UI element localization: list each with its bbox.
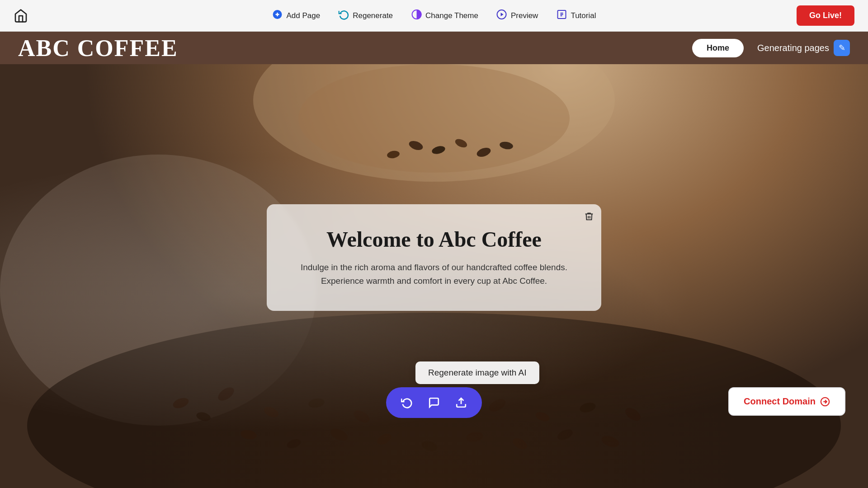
regenerate-icon <box>338 9 349 22</box>
toolbar-right: Go Live! <box>797 5 854 26</box>
generating-pages-status: Generating pages ✎ <box>757 40 850 56</box>
toolbar-left <box>14 9 28 23</box>
add-page-icon <box>272 9 283 22</box>
upload-button[interactable] <box>453 394 469 411</box>
regenerate-label: Regenerate <box>353 11 393 20</box>
home-button[interactable] <box>14 9 28 23</box>
regenerate-button[interactable]: Regenerate <box>338 9 393 22</box>
tutorial-label: Tutorial <box>571 11 596 20</box>
change-theme-label: Change Theme <box>425 11 478 20</box>
connect-domain-button[interactable]: Connect Domain <box>728 387 845 416</box>
welcome-subtitle: Indulge in the rich aroma and flavors of… <box>294 261 574 288</box>
welcome-card: Welcome to Abc Coffee Indulge in the ric… <box>267 204 601 311</box>
edit-pages-button[interactable]: ✎ <box>834 40 850 56</box>
floating-action-bar <box>386 387 482 418</box>
welcome-subtitle-line1: Indulge in the rich aroma and flavors of… <box>301 263 567 272</box>
site-nav: ABC COFFEE Home Generating pages ✎ <box>0 32 868 64</box>
tutorial-icon <box>556 9 567 22</box>
site-logo: ABC COFFEE <box>18 35 178 61</box>
regen-tooltip-text: Regenerate image with AI <box>428 368 527 377</box>
hero-section: Welcome to Abc Coffee Indulge in the ric… <box>0 64 868 488</box>
tutorial-button[interactable]: Tutorial <box>556 9 596 22</box>
delete-section-button[interactable] <box>584 211 594 224</box>
change-theme-icon <box>411 9 422 22</box>
chat-button[interactable] <box>426 394 442 411</box>
nav-home-button[interactable]: Home <box>692 39 744 57</box>
preview-icon <box>496 9 507 22</box>
toolbar-center: Add Page Regenerate Change Theme <box>272 9 596 22</box>
go-live-button[interactable]: Go Live! <box>797 5 854 26</box>
toolbar: Add Page Regenerate Change Theme <box>0 0 868 32</box>
svg-marker-5 <box>501 13 504 16</box>
welcome-subtitle-line2: Experience warmth and comfort in every c… <box>321 276 547 286</box>
refresh-image-button[interactable] <box>399 394 415 411</box>
welcome-title: Welcome to Abc Coffee <box>294 227 574 252</box>
change-theme-button[interactable]: Change Theme <box>411 9 478 22</box>
edit-icon: ✎ <box>839 43 845 53</box>
site-nav-right: Home Generating pages ✎ <box>692 39 850 57</box>
add-page-button[interactable]: Add Page <box>272 9 321 22</box>
preview-button[interactable]: Preview <box>496 9 538 22</box>
generating-pages-label: Generating pages <box>757 43 829 53</box>
add-page-label: Add Page <box>287 11 321 20</box>
regenerate-image-tooltip: Regenerate image with AI <box>415 361 539 384</box>
preview-label: Preview <box>511 11 538 20</box>
connect-domain-label: Connect Domain <box>744 396 816 407</box>
